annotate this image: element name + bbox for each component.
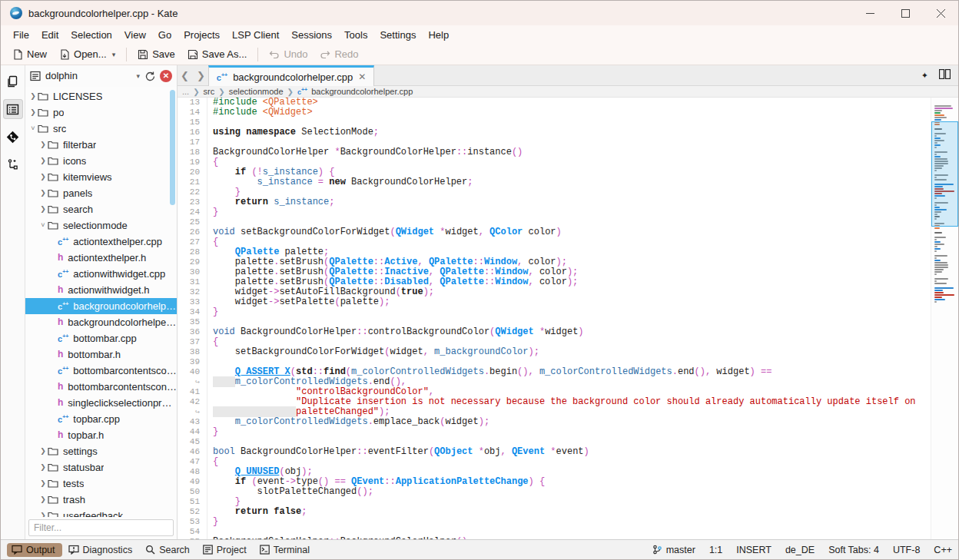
tree-item-selectionmode[interactable]: ˅selectionmode	[25, 217, 177, 234]
menu-settings[interactable]: Settings	[373, 28, 422, 42]
status-insert[interactable]: INSERT	[736, 545, 772, 555]
project-dropdown-chevron[interactable]: ▾	[136, 72, 140, 80]
menu-edit[interactable]: Edit	[35, 28, 65, 42]
tree-item-icons[interactable]: ❯icons	[25, 153, 177, 169]
tree-item-actionwithwidget.h[interactable]: hactionwithwidget.h	[25, 282, 177, 298]
tree-item-statusbar[interactable]: ❯statusbar	[25, 459, 177, 476]
tree-item-actiontexthelper.h[interactable]: hactiontexthelper.h	[25, 250, 177, 266]
tree-item-label: actiontexthelper.cpp	[73, 236, 162, 247]
nav-back-icon[interactable]: ❮	[181, 70, 189, 81]
maximize-button[interactable]	[888, 1, 923, 25]
tree-item-panels[interactable]: ❯panels	[25, 185, 177, 201]
tree-chevron-icon[interactable]: ❯	[38, 512, 48, 517]
minimap[interactable]	[931, 98, 958, 539]
new-button[interactable]: New	[7, 46, 52, 62]
status-soft-tabs-4[interactable]: Soft Tabs: 4	[828, 545, 879, 555]
tree-chevron-icon[interactable]: ❯	[38, 495, 48, 503]
tree-chevron-icon[interactable]: ❯	[38, 447, 48, 455]
tree-chevron-icon[interactable]: ❯	[28, 92, 38, 100]
tree-item-kitemviews[interactable]: ❯kitemviews	[25, 169, 177, 185]
git-toolview-icon[interactable]	[3, 127, 23, 147]
tree-item-bottombar.h[interactable]: hbottombar.h	[25, 346, 177, 363]
menu-go[interactable]: Go	[152, 28, 178, 42]
symbols-toolview-icon[interactable]	[3, 154, 23, 174]
tree-chevron-icon[interactable]: ❯	[28, 108, 38, 116]
menu-projects[interactable]: Projects	[178, 28, 226, 42]
project-close-icon[interactable]: ✕	[160, 70, 172, 82]
tree-item-backgroundcolorhelper.h[interactable]: hbackgroundcolorhelper.h	[25, 314, 177, 330]
tree-chevron-icon[interactable]: ❯	[38, 141, 48, 148]
breadcrumb-item[interactable]: backgroundcolorhelper.cpp	[311, 87, 413, 96]
tree-chevron-icon[interactable]: ˅	[28, 124, 38, 132]
toolview-button-terminal[interactable]: Terminal	[255, 543, 317, 557]
menu-help[interactable]: Help	[422, 28, 455, 42]
redo-button[interactable]: Redo	[314, 46, 363, 62]
menu-selection[interactable]: Selection	[65, 28, 118, 42]
open-button[interactable]: Open... ▾	[54, 46, 121, 62]
tree-item-singleclickselectionproxy...[interactable]: hsingleclickselectionproxy...	[25, 395, 177, 411]
save-as-button[interactable]: Save As...	[182, 46, 253, 62]
toolview-button-project[interactable]: Project	[198, 543, 254, 557]
tree-item-actiontexthelper.cpp[interactable]: c++actiontexthelper.cpp	[25, 234, 177, 250]
tree-chevron-icon[interactable]: ❯	[38, 189, 48, 197]
breadcrumb-overflow[interactable]: ...	[182, 87, 189, 96]
git-branch-indicator[interactable]: master	[652, 545, 695, 555]
save-button[interactable]: Save	[132, 46, 181, 62]
minimize-button[interactable]	[852, 1, 888, 25]
tree-item-userfeedback[interactable]: ❯userfeedback	[25, 508, 177, 518]
tree-filter-input[interactable]	[29, 522, 173, 533]
toolview-button-diagnostics[interactable]: Diagnostics	[64, 543, 140, 557]
minimap-line	[934, 292, 944, 293]
code-editor[interactable]: 13#include <QPalette>14#include <QWidget…	[178, 98, 931, 539]
breadcrumb-item[interactable]: src	[204, 87, 215, 96]
tree-chevron-icon[interactable]: ❯	[38, 205, 48, 213]
menu-file[interactable]: File	[7, 28, 35, 42]
tree-item-licenses[interactable]: ❯LICENSES	[25, 88, 177, 104]
tree-item-bottombarcontentscont...[interactable]: hbottombarcontentscont...	[25, 379, 177, 395]
documents-toolview-icon[interactable]	[3, 71, 23, 91]
folder-icon	[38, 108, 48, 117]
tree-item-bottombarcontentscont...[interactable]: c++bottombarcontentscont...	[25, 363, 177, 379]
status-1-1[interactable]: 1:1	[709, 545, 722, 555]
tree-item-bottombar.cpp[interactable]: c++bottombar.cpp	[25, 330, 177, 346]
tree-scrollbar-thumb[interactable]	[170, 90, 175, 205]
menu-lsp-client[interactable]: LSP Client	[226, 28, 285, 42]
menu-tools[interactable]: Tools	[338, 28, 373, 42]
close-button[interactable]	[923, 1, 958, 25]
menu-sessions[interactable]: Sessions	[285, 28, 338, 42]
undo-button[interactable]: Undo	[264, 46, 313, 62]
project-reload-icon[interactable]	[144, 71, 155, 81]
status-de-de[interactable]: de_DE	[785, 545, 815, 555]
projects-toolview-icon[interactable]	[3, 99, 23, 119]
project-name[interactable]: dolphin	[45, 70, 131, 81]
tree-item-settings[interactable]: ❯settings	[25, 443, 177, 459]
tree-item-topbar.cpp[interactable]: c++topbar.cpp	[25, 411, 177, 427]
tree-chevron-icon[interactable]: ❯	[38, 157, 48, 164]
status-c-[interactable]: C++	[934, 545, 952, 555]
tree-item-search[interactable]: ❯search	[25, 201, 177, 217]
toolview-button-output[interactable]: Output	[7, 543, 62, 557]
status-utf-8[interactable]: UTF-8	[893, 545, 920, 555]
quick-open-icon[interactable]: ✦	[921, 71, 928, 81]
split-view-icon[interactable]	[939, 68, 951, 82]
tree-item-topbar.h[interactable]: htopbar.h	[25, 427, 177, 443]
tree-item-src[interactable]: ˅src	[25, 121, 177, 137]
tree-item-filterbar[interactable]: ❯filterbar	[25, 137, 177, 153]
tab-backgroundcolorhelper[interactable]: c++ backgroundcolorhelper.cpp ✕	[208, 65, 374, 86]
tree-item-tests[interactable]: ❯tests	[25, 476, 177, 492]
tree-chevron-icon[interactable]: ˅	[38, 221, 48, 229]
tree-chevron-icon[interactable]: ❯	[38, 463, 48, 471]
tree-chevron-icon[interactable]: ❯	[38, 479, 48, 487]
toolview-button-search[interactable]: Search	[141, 543, 197, 557]
tree-chevron-icon[interactable]: ❯	[38, 173, 48, 181]
menu-view[interactable]: View	[118, 28, 152, 42]
minimap-viewport[interactable]	[931, 121, 958, 227]
tree-item-backgroundcolorhelper.c...[interactable]: c++backgroundcolorhelper.c...	[25, 298, 177, 314]
breadcrumb-item[interactable]: selectionmode	[229, 87, 284, 96]
open-dropdown-chevron[interactable]: ▾	[112, 51, 116, 58]
nav-forward-icon[interactable]: ❯	[197, 70, 205, 81]
tree-item-po[interactable]: ❯po	[25, 104, 177, 121]
tree-item-actionwithwidget.cpp[interactable]: c++actionwithwidget.cpp	[25, 266, 177, 282]
tab-close-icon[interactable]: ✕	[358, 71, 366, 82]
tree-item-trash[interactable]: ❯trash	[25, 492, 177, 508]
